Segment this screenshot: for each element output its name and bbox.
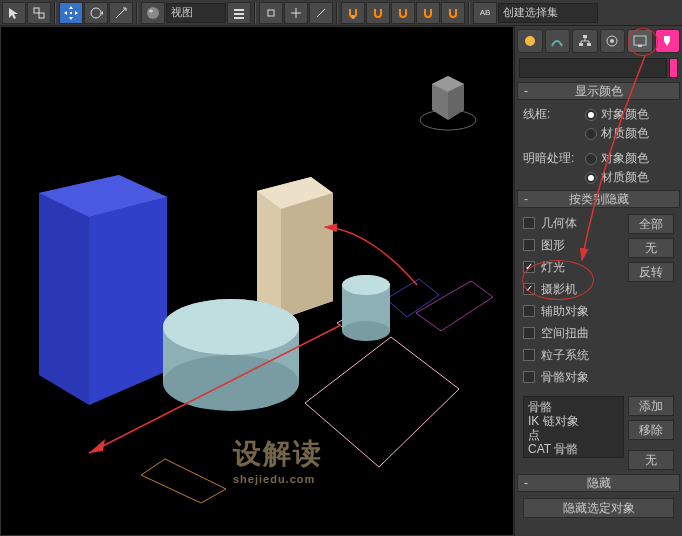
tool-linked-icon[interactable] <box>27 2 51 24</box>
tool-magnet1-icon[interactable]: 3 <box>341 2 365 24</box>
tool-magnet5-icon[interactable] <box>441 2 465 24</box>
svg-point-24 <box>610 39 614 43</box>
svg-rect-7 <box>234 17 244 19</box>
rollout-display-color-header[interactable]: - 显示颜色 <box>517 82 680 100</box>
main-toolbar: 3 AB <box>0 0 682 26</box>
shaded-object-color-radio[interactable]: 对象颜色 <box>585 150 649 167</box>
tool-select-icon[interactable] <box>2 2 26 24</box>
collapse-icon: - <box>524 192 528 206</box>
none2-button[interactable]: 无 <box>628 450 674 470</box>
viewcube[interactable] <box>413 67 483 137</box>
tab-hierarchy-icon[interactable] <box>572 29 598 53</box>
svg-point-12 <box>163 355 299 411</box>
svg-rect-5 <box>234 9 244 11</box>
svg-rect-8 <box>268 10 274 16</box>
selection-set-dropdown[interactable] <box>498 3 598 23</box>
svg-rect-6 <box>234 13 244 15</box>
shaded-material-color-radio[interactable]: 材质颜色 <box>585 169 649 186</box>
tool-snap-icon[interactable] <box>259 2 283 24</box>
svg-rect-0 <box>34 8 39 13</box>
color-swatch-button[interactable] <box>669 58 678 78</box>
rollout-hide-category-header[interactable]: - 按类别隐藏 <box>517 190 680 208</box>
command-panel: - 显示颜色 线框: 对象颜色 材质颜色 明暗处理: 对象颜色 材质颜色 - <box>514 26 682 536</box>
svg-point-13 <box>163 299 299 355</box>
hide-check-3[interactable]: ✓摄影机 <box>523 280 624 298</box>
tab-utilities-icon[interactable] <box>655 29 681 53</box>
remove-button[interactable]: 移除 <box>628 420 674 440</box>
tool-sphere-icon[interactable] <box>141 2 165 24</box>
hide-check-1[interactable]: 图形 <box>523 236 624 254</box>
tool-magnet4-icon[interactable] <box>416 2 440 24</box>
hide-none-button[interactable]: 无 <box>628 238 674 258</box>
watermark: 设解读 shejiedu.com <box>233 435 323 485</box>
svg-point-3 <box>147 7 159 19</box>
hide-invert-button[interactable]: 反转 <box>628 262 674 282</box>
svg-rect-25 <box>634 36 646 45</box>
tab-motion-icon[interactable] <box>600 29 626 53</box>
viewport[interactable]: 设解读 shejiedu.com <box>0 26 514 536</box>
hide-check-2[interactable]: ✓灯光 <box>523 258 624 276</box>
tool-scale-icon[interactable] <box>109 2 133 24</box>
hide-check-5[interactable]: 空间扭曲 <box>523 324 624 342</box>
command-panel-tabs <box>517 28 680 54</box>
wireframe-object-color-radio[interactable]: 对象颜色 <box>585 106 649 123</box>
hide-check-7[interactable]: 骨骼对象 <box>523 368 624 386</box>
tool-magnet2-icon[interactable] <box>366 2 390 24</box>
wireframe-material-color-radio[interactable]: 材质颜色 <box>585 125 649 142</box>
svg-point-2 <box>91 8 101 18</box>
tool-move-icon[interactable] <box>59 2 83 24</box>
svg-rect-22 <box>587 43 591 46</box>
svg-rect-21 <box>579 43 583 46</box>
view-dropdown[interactable] <box>166 3 226 23</box>
name-filter-input[interactable] <box>519 58 667 78</box>
shaded-label: 明暗处理: <box>523 150 581 167</box>
tool-magnet3-icon[interactable] <box>391 2 415 24</box>
hide-check-6[interactable]: 粒子系统 <box>523 346 624 364</box>
hide-check-0[interactable]: 几何体 <box>523 214 624 232</box>
svg-point-4 <box>149 9 153 12</box>
collapse-icon: - <box>524 84 528 98</box>
svg-rect-1 <box>39 13 44 18</box>
tool-rotate-icon[interactable] <box>84 2 108 24</box>
hide-all-button[interactable]: 全部 <box>628 214 674 234</box>
tab-create-icon[interactable] <box>517 29 543 53</box>
rollout-hide-header[interactable]: - 隐藏 <box>517 474 680 492</box>
tab-modify-icon[interactable] <box>545 29 571 53</box>
hide-selected-button[interactable]: 隐藏选定对象 <box>523 498 674 518</box>
hide-check-4[interactable]: 辅助对象 <box>523 302 624 320</box>
wireframe-label: 线框: <box>523 106 581 123</box>
svg-point-17 <box>342 275 390 295</box>
tool-abc-icon[interactable]: AB <box>473 2 497 24</box>
svg-rect-26 <box>638 45 642 47</box>
add-button[interactable]: 添加 <box>628 396 674 416</box>
tab-display-icon[interactable] <box>627 29 653 53</box>
svg-rect-20 <box>583 35 587 38</box>
svg-point-19 <box>525 36 535 46</box>
tool-misc1-icon[interactable] <box>309 2 333 24</box>
bone-listbox[interactable]: 骨骼IK 链对象点CAT 骨骼 <box>523 396 624 458</box>
tool-options-icon[interactable] <box>227 2 251 24</box>
collapse-icon: - <box>524 476 528 490</box>
svg-point-16 <box>342 321 390 341</box>
tool-center-icon[interactable] <box>284 2 308 24</box>
